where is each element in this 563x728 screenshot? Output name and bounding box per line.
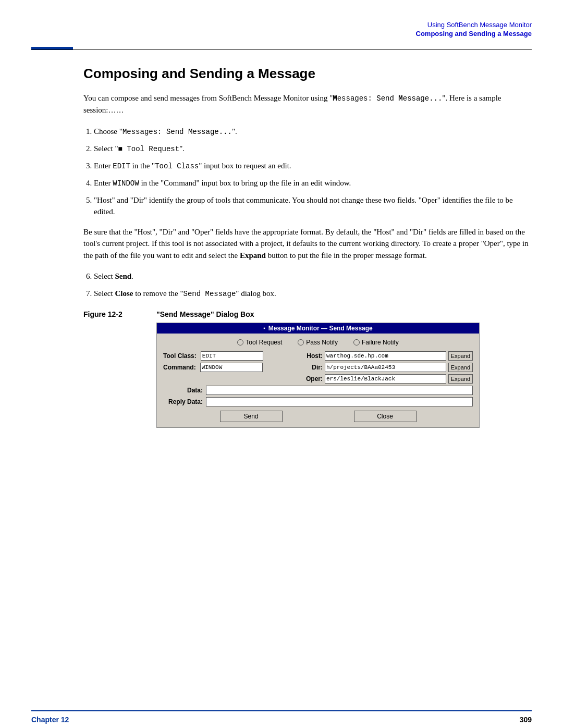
dialog-titlebar: ▪ Message Monitor — Send Message [157, 323, 479, 334]
blue-bar [31, 47, 73, 50]
dir-label: Dir: [302, 364, 323, 371]
page-header: Using SoftBench Message Monitor Composin… [0, 0, 563, 38]
data-row: Data: [163, 386, 473, 395]
steps-after-list: Select Send. Select Close to remove the … [94, 270, 532, 300]
reply-data-input[interactable] [206, 397, 473, 406]
form-row-1: Tool Class: Host: Expand [163, 351, 473, 361]
footer-page: 309 [520, 715, 532, 724]
radio-label-tool: Tool Request [246, 339, 282, 346]
middle-paragraph: Be sure that the "Host", "Dir" and "Oper… [83, 226, 532, 262]
dir-col: Dir: Expand [302, 363, 473, 372]
oper-expand-button[interactable]: Expand [448, 374, 473, 384]
host-label: Host: [302, 352, 323, 360]
top-rule [31, 47, 532, 50]
figure-label: Figure 12-2 [83, 310, 156, 318]
list-item: Enter WINDOW in the "Command" input box … [94, 177, 532, 189]
radio-pass-notify[interactable]: Pass Notify [298, 339, 338, 346]
oper-input[interactable] [325, 374, 446, 384]
steps-list: Choose "Messages: Send Message...". Sele… [94, 126, 532, 218]
radio-tool-request[interactable]: Tool Request [237, 339, 282, 346]
data-label: Data: [163, 387, 203, 394]
list-item: "Host" and "Dir" identify the group of t… [94, 194, 532, 218]
tool-class-col: Tool Class: [163, 351, 299, 361]
dialog-icon: ▪ [263, 325, 265, 331]
page-title: Composing and Sending a Message [83, 66, 532, 82]
host-input[interactable] [325, 351, 446, 361]
command-input[interactable] [200, 363, 263, 372]
dir-expand-button[interactable]: Expand [448, 363, 473, 372]
rule-line [31, 49, 532, 50]
data-input[interactable] [206, 386, 473, 395]
page-footer: Chapter 12 309 [31, 710, 532, 728]
figure-label-row: Figure 12-2 "Send Message" Dialog Box [83, 310, 532, 318]
host-expand-button[interactable]: Expand [448, 351, 473, 361]
page: Using SoftBench Message Monitor Composin… [0, 0, 563, 728]
reply-data-label: Reply Data: [163, 398, 203, 405]
dialog-body: Tool Request Pass Notify Failure Notify [157, 334, 479, 427]
form-row-3: Oper: Expand [163, 374, 473, 384]
tool-class-input[interactable] [201, 351, 263, 361]
list-item: Select Close to remove the "Send Message… [94, 288, 532, 300]
dialog-wrapper: ▪ Message Monitor — Send Message Tool Re… [156, 323, 480, 428]
tool-class-label: Tool Class: [163, 352, 199, 360]
radio-failure-notify[interactable]: Failure Notify [353, 339, 399, 346]
header-link-top[interactable]: Using SoftBench Message Monitor [31, 21, 532, 29]
main-content: Composing and Sending a Message You can … [0, 50, 563, 710]
form-row-2: Command: Dir: Expand [163, 363, 473, 372]
list-item: Select Send. [94, 270, 532, 282]
reply-data-row: Reply Data: [163, 397, 473, 406]
close-button[interactable]: Close [354, 411, 417, 422]
radio-label-failure: Failure Notify [362, 339, 399, 346]
dialog-buttons: Send Close [163, 411, 473, 422]
header-link-bold[interactable]: Composing and Sending a Message [31, 30, 532, 38]
dir-input[interactable] [325, 363, 446, 372]
figure-caption: "Send Message" Dialog Box [156, 310, 254, 318]
command-col: Command: [163, 363, 299, 372]
list-item: Select "■ Tool Request". [94, 143, 532, 155]
dialog-title: Message Monitor — Send Message [268, 325, 373, 332]
intro-paragraph: You can compose and send messages from S… [83, 92, 532, 116]
radio-circle-pass [298, 339, 304, 346]
send-button[interactable]: Send [220, 411, 283, 422]
command-label: Command: [163, 364, 198, 371]
host-col: Host: Expand [302, 351, 473, 361]
radio-circle-failure [353, 339, 360, 346]
list-item: Enter EDIT in the "Tool Class" input box… [94, 160, 532, 172]
radio-label-pass: Pass Notify [306, 339, 338, 346]
radio-circle-tool [237, 339, 243, 346]
radio-row: Tool Request Pass Notify Failure Notify [163, 339, 473, 346]
footer-chapter: Chapter 12 [31, 715, 69, 724]
figure-container: Figure 12-2 "Send Message" Dialog Box ▪ … [83, 310, 532, 428]
oper-label: Oper: [302, 375, 323, 382]
dialog-box: ▪ Message Monitor — Send Message Tool Re… [156, 323, 480, 428]
list-item: Choose "Messages: Send Message...". [94, 126, 532, 138]
oper-col: Oper: Expand [302, 374, 473, 384]
